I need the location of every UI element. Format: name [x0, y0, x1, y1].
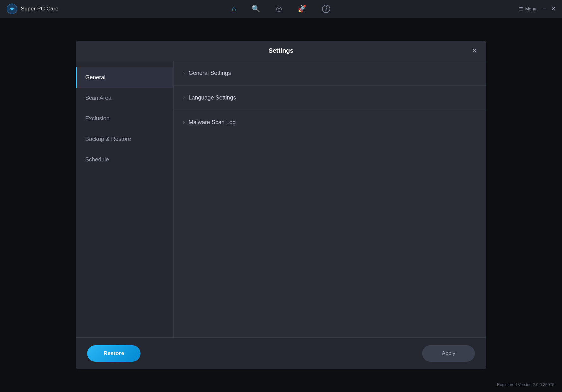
- restore-button[interactable]: Restore: [87, 345, 140, 362]
- search-nav-icon[interactable]: 🔍: [252, 5, 260, 13]
- modal-close-button[interactable]: ✕: [470, 46, 479, 55]
- malware-scan-log-chevron: ›: [183, 119, 185, 125]
- close-button[interactable]: ✕: [551, 6, 556, 12]
- modal-footer: Restore Apply: [76, 337, 486, 369]
- titlebar-right: ☰ Menu − ✕: [519, 6, 556, 12]
- sidebar-item-schedule[interactable]: Schedule: [76, 149, 173, 170]
- sidebar-item-general[interactable]: General: [76, 67, 173, 88]
- info-icon[interactable]: i: [322, 5, 330, 13]
- sidebar-label-exclusion: Exclusion: [85, 115, 110, 122]
- sidebar-label-scan-area: Scan Area: [85, 95, 111, 101]
- hamburger-icon: ☰: [519, 6, 523, 11]
- version-text: Registered Version 2.0.0.25075: [497, 382, 554, 387]
- menu-label: Menu: [525, 6, 536, 11]
- menu-button[interactable]: ☰ Menu: [519, 6, 536, 11]
- modal-body: General Scan Area Exclusion Backup & Res…: [76, 61, 486, 337]
- sidebar-item-scan-area[interactable]: Scan Area: [76, 88, 173, 108]
- sidebar-item-exclusion[interactable]: Exclusion: [76, 108, 173, 129]
- settings-sidebar: General Scan Area Exclusion Backup & Res…: [76, 61, 174, 337]
- window-controls: − ✕: [542, 6, 556, 12]
- settings-modal: Settings ✕ General Scan Area Exclusion: [76, 41, 486, 369]
- general-settings-title: General Settings: [188, 70, 231, 76]
- apply-button[interactable]: Apply: [422, 345, 475, 362]
- sidebar-label-schedule: Schedule: [85, 156, 109, 163]
- language-settings-header[interactable]: › Language Settings: [174, 86, 486, 110]
- globe-icon[interactable]: ◎: [276, 5, 282, 13]
- general-settings-chevron: ›: [183, 70, 185, 76]
- sidebar-label-general: General: [85, 74, 105, 81]
- malware-scan-log-section: › Malware Scan Log: [174, 110, 486, 135]
- minimize-button[interactable]: −: [542, 6, 546, 12]
- modal-header: Settings ✕: [76, 41, 486, 61]
- language-settings-section: › Language Settings: [174, 86, 486, 110]
- content-area: › General Settings › Language Settings ›: [174, 61, 486, 337]
- modal-backdrop: Settings ✕ General Scan Area Exclusion: [0, 18, 562, 392]
- general-settings-header[interactable]: › General Settings: [174, 61, 486, 85]
- malware-scan-log-title: Malware Scan Log: [188, 119, 236, 126]
- nav-icons: ⌂ 🔍 ◎ 🚀 i: [232, 5, 330, 13]
- rocket-icon[interactable]: 🚀: [298, 5, 306, 13]
- titlebar: Super PC Care ⌂ 🔍 ◎ 🚀 i ☰ Menu − ✕: [0, 0, 562, 18]
- home-icon[interactable]: ⌂: [232, 5, 236, 13]
- app-body: Settings ✕ General Scan Area Exclusion: [0, 18, 562, 392]
- modal-title: Settings: [269, 47, 294, 54]
- general-settings-section: › General Settings: [174, 61, 486, 86]
- svg-point-1: [11, 8, 13, 10]
- app-logo: [6, 3, 18, 15]
- language-settings-title: Language Settings: [188, 94, 236, 101]
- sidebar-item-backup-restore[interactable]: Backup & Restore: [76, 129, 173, 149]
- sidebar-label-backup-restore: Backup & Restore: [85, 136, 131, 142]
- language-settings-chevron: ›: [183, 95, 185, 100]
- malware-scan-log-header[interactable]: › Malware Scan Log: [174, 110, 486, 135]
- app-title: Super PC Care: [21, 6, 58, 12]
